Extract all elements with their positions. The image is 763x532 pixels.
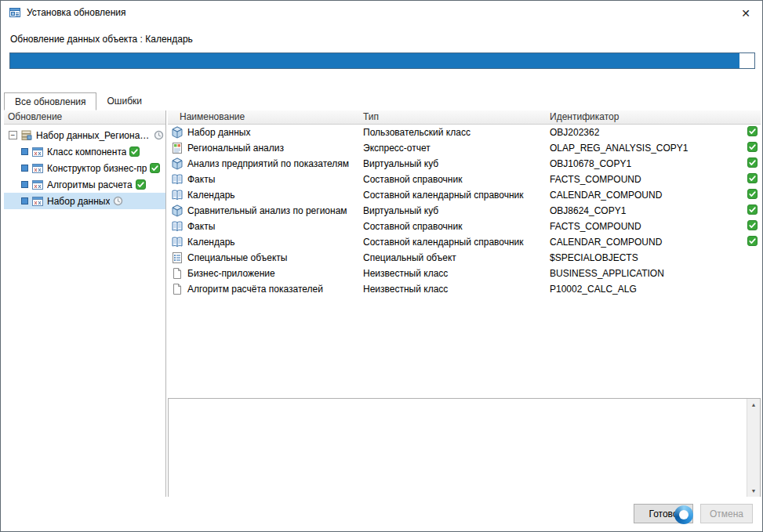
footer: Готово Отмена (1, 497, 762, 531)
tree-bullet-icon (21, 181, 28, 188)
tree-item[interactable]: Конструктор бизнес-пр (4, 160, 165, 176)
status-done-icon (150, 163, 160, 173)
tree-bullet-icon (21, 197, 28, 204)
object-type: Виртуальный куб (363, 158, 550, 169)
object-name: Набор данных (187, 127, 250, 138)
cube-icon (171, 157, 183, 170)
status-pending-icon (154, 130, 164, 140)
status-done-icon (129, 147, 140, 157)
status-label: Обновление данных объекта : Календарь (10, 34, 193, 45)
status-done-icon (747, 142, 758, 154)
component-icon (31, 179, 44, 191)
collapse-icon[interactable]: − (9, 131, 17, 139)
close-icon[interactable]: ✕ (736, 4, 755, 23)
updates-tree-panel: Обновление −Набор данных_РегионалыКласс … (4, 110, 166, 498)
tree-item-label: Набор данных (47, 196, 110, 207)
progress-bar (9, 52, 755, 69)
log-scrollbar[interactable]: ▲ ▼ (747, 399, 760, 498)
tree-item[interactable]: Класс компонента (4, 143, 165, 160)
status-done-icon (747, 126, 758, 139)
object-id: CALENDAR_COMPOUND (550, 190, 743, 201)
object-id: $SPECIALOBJECTS (550, 252, 743, 263)
tab-errors[interactable]: Ошибки (96, 92, 152, 110)
app-icon (9, 6, 21, 19)
column-header-id[interactable]: Идентификатор (550, 110, 743, 124)
object-name: Алгоритм расчёта показателей (187, 284, 323, 295)
table-row[interactable]: Набор данныхПользовательский классOBJ202… (168, 125, 761, 140)
table-row[interactable]: ФактыСоставной справочникFACTS_COMPOUND (168, 172, 761, 187)
table-row[interactable]: КалендарьСоставной календарный справочни… (168, 234, 761, 250)
object-id: FACTS_COMPOUND (550, 221, 743, 232)
object-id: FACTS_COMPOUND (550, 174, 743, 185)
object-name: Факты (187, 221, 215, 232)
tree-item-label: Класс компонента (47, 147, 126, 157)
tree-column-header[interactable]: Обновление (4, 110, 165, 125)
object-name: Специальные объекты (187, 252, 287, 263)
tree-item-label: Набор данных_Регионалы (36, 130, 151, 141)
object-type: Составной календарный справочник (363, 237, 550, 248)
tree-item[interactable]: Набор данных (4, 193, 165, 209)
objects-table: Набор данныхПользовательский классOBJ202… (168, 125, 761, 394)
status-done-icon (747, 204, 758, 217)
object-name: Факты (187, 174, 215, 185)
titlebar: Установка обновления ✕ (1, 1, 762, 24)
tab-all-updates[interactable]: Все обновления (4, 92, 96, 110)
window-title: Установка обновления (27, 7, 126, 18)
object-name: Региональный анализ (187, 143, 284, 154)
table-row[interactable]: Бизнес-приложениеНеизвестный классBUSINE… (168, 266, 761, 281)
object-name: Бизнес-приложение (187, 268, 275, 279)
scroll-up-icon[interactable]: ▲ (747, 399, 760, 411)
tree-bullet-icon (21, 148, 28, 155)
doc-icon (171, 283, 183, 295)
object-name: Календарь (187, 237, 235, 248)
table-row[interactable]: ФактыСоставной справочникFACTS_COMPOUND (168, 219, 761, 234)
tree-item[interactable]: −Набор данных_Регионалы (4, 127, 165, 143)
object-name: Сравнительный анализ по регионам (187, 205, 347, 216)
column-header-type[interactable]: Тип (363, 110, 550, 124)
object-type: Составной календарный справочник (363, 190, 550, 201)
book-icon (171, 236, 183, 248)
list-icon (171, 252, 183, 264)
column-header-name[interactable]: Наименование (168, 110, 363, 124)
dataset-group-icon (20, 129, 33, 142)
book-icon (171, 173, 183, 186)
status-done-icon (747, 236, 758, 248)
component-icon (31, 195, 44, 208)
doc-icon (171, 267, 183, 280)
object-name: Календарь (187, 190, 235, 201)
object-id: OLAP_REG_ANALYSIS_COPY1 (550, 143, 743, 154)
object-id: BUSINESS_APPLICATION (550, 268, 743, 279)
table-row[interactable]: Специальные объектыСпециальный объект$SP… (168, 250, 761, 266)
status-done-icon (136, 179, 146, 190)
object-id: OBJ10678_COPY1 (550, 158, 743, 169)
object-type: Специальный объект (363, 252, 550, 263)
table-row[interactable]: КалендарьСоставной календарный справочни… (168, 187, 761, 203)
table-row[interactable]: Сравнительный анализ по регионамВиртуаль… (168, 203, 761, 219)
status-done-icon (747, 173, 758, 186)
scroll-down-icon[interactable]: ▼ (747, 485, 760, 498)
tab-strip: Все обновленияОшибки (4, 92, 759, 110)
objects-panel: Наименование Тип Идентификатор Набор дан… (166, 110, 761, 498)
log-area[interactable]: ▲ ▼ (168, 398, 761, 498)
object-type: Виртуальный куб (363, 205, 550, 216)
updates-tree: −Набор данных_РегионалыКласс компонентаК… (4, 125, 165, 498)
object-id: OBJ202362 (550, 127, 743, 138)
update-install-dialog: Установка обновления ✕ Обновление данных… (0, 0, 763, 532)
cancel-button[interactable]: Отмена (700, 504, 753, 523)
cube-icon (171, 126, 183, 139)
progress-fill (10, 53, 739, 68)
table-row[interactable]: Анализ предприятий по показателямВиртуал… (168, 156, 761, 172)
object-type: Неизвестный класс (363, 268, 550, 279)
status-done-icon (747, 157, 758, 170)
tree-item[interactable]: Алгоритмы расчета (4, 176, 165, 193)
table-row[interactable]: Алгоритм расчёта показателейНеизвестный … (168, 281, 761, 297)
table-row[interactable]: Региональный анализЭкспресс-отчетOLAP_RE… (168, 140, 761, 156)
object-type: Пользовательский класс (363, 127, 550, 138)
object-name: Анализ предприятий по показателям (187, 158, 349, 169)
object-id: P10002_CALC_ALG (550, 284, 743, 295)
book-icon (171, 220, 183, 233)
status-pending-icon (113, 196, 123, 206)
book-icon (171, 189, 183, 201)
cube-icon (171, 204, 183, 217)
status-done-icon (747, 220, 758, 233)
